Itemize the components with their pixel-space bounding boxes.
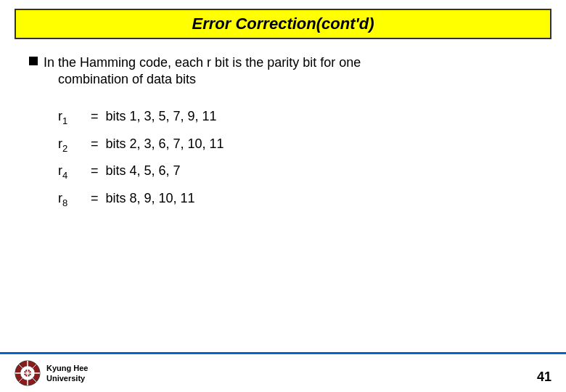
r8-equals: = xyxy=(91,191,99,206)
r1-bits: bits 1, 3, 5, 7, 9, 11 xyxy=(106,109,217,124)
r4-bits: bits 4, 5, 6, 7 xyxy=(106,163,181,179)
r1-subscript: 1 xyxy=(62,115,67,126)
university-name: Kyung Hee University xyxy=(46,363,88,384)
r2-subscript: 2 xyxy=(62,142,67,153)
slide: Error Correction(cont'd) In the Hamming … xyxy=(0,0,566,392)
parity-row-r4: r4 = bits 4, 5, 6, 7 xyxy=(58,163,537,181)
parity-row-r2: r2 = bits 2, 3, 6, 7, 10, 11 xyxy=(58,136,537,154)
slide-title: Error Correction(cont'd) xyxy=(192,15,374,33)
slide-footer: Kyung Hee University 41 xyxy=(0,352,566,392)
r1-label: r1 xyxy=(58,109,83,126)
logo-area: Kyung Hee University xyxy=(15,360,88,386)
r2-bits: bits 2, 3, 6, 7, 10, 11 xyxy=(106,136,224,152)
page-number: 41 xyxy=(537,369,551,385)
r8-label: r8 xyxy=(58,191,83,208)
r2-equals: = xyxy=(91,136,99,152)
r8-subscript: 8 xyxy=(62,197,67,208)
intro-line1: In the Hamming code, each r bit is the p… xyxy=(44,54,361,72)
r4-subscript: 4 xyxy=(62,170,67,181)
r8-bits: bits 8, 9, 10, 11 xyxy=(106,191,195,206)
parity-row-r1: r1 = bits 1, 3, 5, 7, 9, 11 xyxy=(58,109,537,126)
parity-row-r8: r8 = bits 8, 9, 10, 11 xyxy=(58,191,537,208)
university-line2: University xyxy=(46,373,88,383)
university-logo xyxy=(15,360,41,386)
parity-table: r1 = bits 1, 3, 5, 7, 9, 11 r2 = bits 2,… xyxy=(58,109,537,208)
r1-equals: = xyxy=(91,109,99,124)
intro-paragraph: In the Hamming code, each r bit is the p… xyxy=(29,54,537,102)
bullet-icon xyxy=(29,57,38,65)
r2-label: r2 xyxy=(58,136,83,154)
slide-content: In the Hamming code, each r bit is the p… xyxy=(0,39,566,392)
university-line1: Kyung Hee xyxy=(46,363,88,373)
r4-equals: = xyxy=(91,163,99,179)
intro-line2: combination of data bits xyxy=(58,72,361,87)
r4-label: r4 xyxy=(58,163,83,181)
title-bar: Error Correction(cont'd) xyxy=(15,9,551,39)
